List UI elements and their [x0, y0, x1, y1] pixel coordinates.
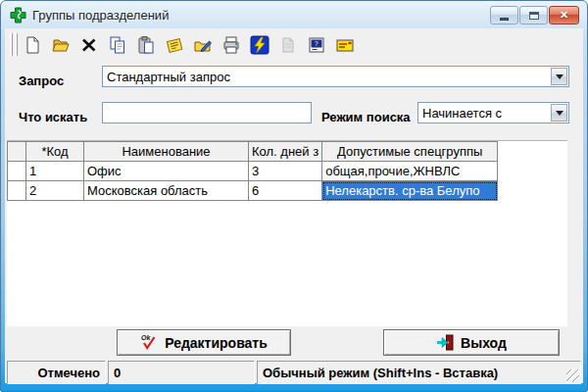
search-input[interactable]: [102, 102, 312, 123]
delete-x-icon[interactable]: [79, 34, 99, 55]
column-header-indicator[interactable]: [8, 142, 26, 162]
titlebar[interactable]: Группы подразделений ✕: [1, 1, 587, 28]
table-row[interactable]: 1 Офис 3 общая,прочие,ЖНВЛС: [8, 162, 498, 181]
days-cell[interactable]: 6: [249, 181, 322, 201]
window-title: Группы подразделений: [32, 8, 169, 23]
open-folder-icon[interactable]: [51, 34, 71, 55]
ok-checkmark-icon: Ok: [140, 333, 159, 352]
copy-icon[interactable]: [108, 34, 127, 55]
search-mode-label: Режим поиска: [321, 110, 411, 124]
exit-button-label: Выход: [461, 335, 507, 351]
column-header-days[interactable]: Кол. дней з: [249, 142, 322, 162]
search-mode-dropdown-button[interactable]: [551, 104, 567, 122]
search-mode-value: Начинается с: [418, 106, 551, 121]
query-label: Запрос: [19, 74, 64, 88]
edit-note-icon[interactable]: [165, 34, 184, 55]
marked-count: 0: [114, 366, 121, 380]
edit-button-label: Редактировать: [165, 335, 268, 351]
toolbar: ?: [5, 28, 583, 61]
paste-icon[interactable]: [136, 34, 156, 55]
specgroups-cell-selected[interactable]: Нелекарств. ср-ва Белупо: [322, 181, 498, 201]
status-bar: Отмечено 0 Обычный режим (Shift+Ins - Вс…: [7, 361, 581, 384]
search-mode-combobox[interactable]: Начинается с: [417, 102, 569, 123]
column-header-code[interactable]: *Код: [26, 142, 84, 162]
toolbar-gripper[interactable]: [10, 33, 20, 56]
exit-door-icon: [436, 333, 455, 352]
edit-button[interactable]: Ok Редактировать: [117, 329, 291, 356]
table-row[interactable]: 2 Московская область 6 Нелекарств. ср-ва…: [8, 181, 498, 201]
status-mode-panel: Обычный режим (Shift+Ins - Вставка): [257, 361, 581, 384]
maximize-button[interactable]: [519, 6, 548, 24]
svg-text:?: ?: [315, 40, 318, 47]
maximize-icon: [529, 12, 539, 20]
search-label: Что искать: [19, 110, 87, 124]
svg-text:Ok: Ok: [141, 334, 151, 341]
mail-icon[interactable]: [335, 34, 355, 55]
query-combobox[interactable]: Стандартный запрос: [102, 66, 569, 87]
query-dropdown-button[interactable]: [551, 68, 567, 85]
print-secondary-icon: [278, 34, 298, 55]
name-cell[interactable]: Офис: [84, 162, 249, 181]
exit-button[interactable]: Выход: [383, 329, 560, 356]
name-cell[interactable]: Московская область: [84, 181, 249, 201]
grid-header-row: *Код Наименование Кол. дней з Допустимые…: [8, 142, 498, 162]
close-button[interactable]: ✕: [549, 6, 579, 24]
days-cell[interactable]: 3: [249, 162, 322, 181]
data-grid: *Код Наименование Кол. дней з Допустимые…: [7, 140, 567, 326]
sign-document-icon[interactable]: [193, 34, 213, 55]
row-indicator-cell[interactable]: [8, 162, 26, 181]
column-header-name[interactable]: Наименование: [84, 142, 249, 162]
code-cell[interactable]: 2: [26, 181, 84, 201]
column-header-specgroups[interactable]: Допустимые спецгруппы: [322, 142, 498, 162]
resize-grip[interactable]: [566, 369, 579, 382]
row-indicator-cell[interactable]: [8, 181, 26, 201]
minimize-icon: [500, 18, 509, 21]
print-icon[interactable]: [221, 34, 241, 55]
chevron-down-icon: [556, 74, 564, 79]
report-icon[interactable]: ?: [307, 34, 326, 55]
minimize-button[interactable]: [490, 6, 518, 24]
specgroups-cell[interactable]: общая,прочие,ЖНВЛС: [322, 162, 498, 181]
app-window: Группы подразделений ✕: [0, 0, 588, 392]
new-document-icon[interactable]: [23, 34, 42, 55]
client-area: ? Запрос Стандартный запрос Что искать Р…: [5, 28, 583, 383]
code-cell[interactable]: 1: [26, 162, 84, 181]
chevron-down-icon: [556, 111, 564, 116]
status-marked-label-panel: Отмечено: [7, 361, 106, 384]
status-mode-text: Обычный режим (Shift+Ins - Вставка): [263, 366, 498, 380]
close-icon: ✕: [560, 10, 568, 21]
query-value: Стандартный запрос: [103, 70, 551, 84]
pharmacy-cross-icon: [10, 7, 26, 24]
execute-lightning-icon[interactable]: [250, 34, 270, 55]
status-marked-value-panel: 0: [108, 361, 255, 384]
